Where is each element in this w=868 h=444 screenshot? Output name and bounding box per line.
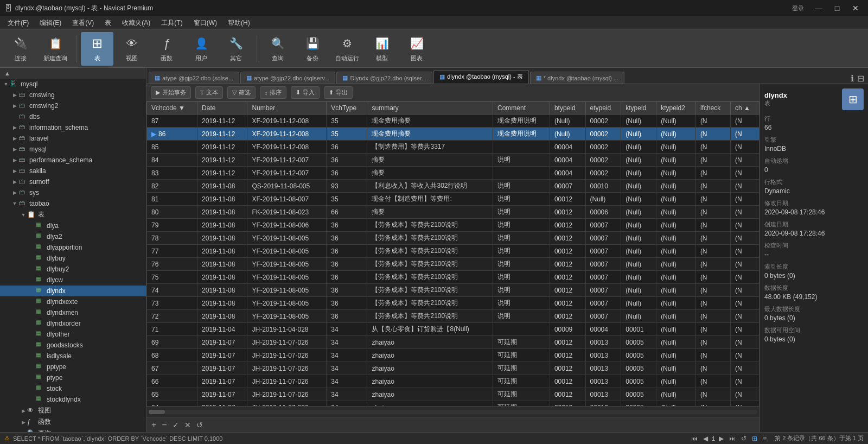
- table-row[interactable]: 792019-11-08YF-2019-11-08-00636【劳务成本】等费共…: [147, 219, 760, 232]
- tb-view[interactable]: 👁 视图: [116, 32, 148, 66]
- sidebar-item-isdlysale[interactable]: ▦ isdlysale: [0, 351, 146, 361]
- maximize-button[interactable]: □: [829, 0, 845, 16]
- tab-atype1[interactable]: ▦ atype @gjp22.dbo (sqlse...: [149, 72, 239, 84]
- table-row[interactable]: 722019-11-08YF-2019-11-08-00536【劳务成本】等费共…: [147, 310, 760, 323]
- tick-button[interactable]: ✓: [171, 421, 181, 429]
- col-date[interactable]: Date: [197, 102, 247, 115]
- table-row[interactable]: 822019-11-08QS-2019-11-08-00593【利息收入】等收入…: [147, 180, 760, 193]
- table-row[interactable]: 832019-11-12YF-2019-11-12-00736摘要0000400…: [147, 167, 760, 180]
- sidebar-item-dlyndx[interactable]: ▦ dlyndx: [0, 286, 146, 296]
- sidebar-item-surnoff[interactable]: ▶ 🗃 surnoff: [0, 176, 146, 187]
- sidebar-item-dlycw[interactable]: ▦ dlycw: [0, 275, 146, 286]
- sidebar-item-performance-schema[interactable]: ▶ 🗃 performance_schema: [0, 155, 146, 166]
- tab-dlyndx1[interactable]: ▦ Dlyndx @gjp22.dbo (sqlser...: [336, 72, 432, 84]
- col-ktypeid2[interactable]: ktypeid2: [656, 102, 696, 115]
- horizontal-scrollbar[interactable]: [146, 406, 760, 417]
- sidebar-item-cmswing[interactable]: ▶ 🗃 cmswing: [0, 90, 146, 100]
- table-row[interactable]: 752019-11-08YF-2019-11-08-00536【劳务成本】等费共…: [147, 271, 760, 284]
- sidebar-item-stockdlyndx[interactable]: ▦ stockdlyndx: [0, 394, 146, 405]
- col-ktypeid[interactable]: ktypeid: [621, 102, 656, 115]
- tb-connect[interactable]: 🔌 连接: [4, 32, 37, 66]
- export-button[interactable]: ⬆ 导出: [324, 86, 353, 99]
- data-table-wrapper[interactable]: Vchcode ▼ Date Number VchType summary Co…: [146, 102, 760, 406]
- sidebar-item-laravel[interactable]: ▶ 🗃 laravel: [0, 133, 146, 144]
- sidebar-item-mysql[interactable]: ▶ 🗃 mysql: [0, 144, 146, 155]
- table-row[interactable]: 652019-11-07JH-2019-11-07-02634zhaiyao可延…: [147, 388, 760, 401]
- sidebar-item-sys[interactable]: ▶ 🗃 sys: [0, 187, 146, 198]
- menu-tools[interactable]: 工具(T): [156, 17, 188, 29]
- tab-dlyndx-main[interactable]: ▦ dlyndx @taobao (mysql) - 表: [433, 70, 529, 84]
- table-row[interactable]: 682019-11-07JH-2019-11-07-02634zhaiyao可延…: [147, 349, 760, 362]
- sidebar-item-information-schema[interactable]: ▶ 🗃 information_schema: [0, 122, 146, 133]
- menu-window[interactable]: 窗口(W): [188, 17, 222, 29]
- sidebar-item-taobao[interactable]: ▼ 🗃 taobao: [0, 198, 146, 209]
- sidebar-item-ptype[interactable]: ▦ ptype: [0, 372, 146, 383]
- table-row[interactable]: 772019-11-08YF-2019-11-08-00536【劳务成本】等费共…: [147, 245, 760, 258]
- table-row[interactable]: 782019-11-08YF-2019-11-08-00536【劳务成本】等费共…: [147, 232, 760, 245]
- table-row[interactable]: 842019-11-12YF-2019-11-12-00736摘要说明00004…: [147, 154, 760, 167]
- grid-view-button[interactable]: ⊞: [750, 435, 759, 442]
- menu-table[interactable]: 表: [99, 17, 117, 29]
- table-row[interactable]: 802019-11-08FK-2019-11-08-02366摘要说明00012…: [147, 206, 760, 219]
- menu-help[interactable]: 帮助(H): [222, 17, 256, 29]
- close-button[interactable]: ✕: [847, 0, 864, 16]
- sidebar-item-stock[interactable]: ▦ stock: [0, 383, 146, 394]
- sidebar-item-dlyndxorder[interactable]: ▦ dlyndxorder: [0, 318, 146, 329]
- filter-button[interactable]: ▽ 筛选: [227, 86, 256, 99]
- tb-chart[interactable]: 📈 图表: [400, 32, 433, 66]
- table-row[interactable]: 742019-11-08YF-2019-11-08-00536【劳务成本】等费共…: [147, 284, 760, 297]
- tb-other[interactable]: 🔧 其它: [220, 32, 252, 66]
- cancel-button[interactable]: ✕: [183, 421, 193, 429]
- add-row-button[interactable]: +: [150, 420, 158, 430]
- tb-auto-run[interactable]: ⚙ 自动运行: [331, 32, 363, 66]
- sidebar-group-function[interactable]: ▶ ƒ 函数: [0, 416, 146, 428]
- tab-info-button[interactable]: ℹ: [849, 73, 856, 84]
- tab-atype2[interactable]: ▦ atype @gjp22.dbo (sqlserv...: [240, 72, 335, 84]
- col-btypeid[interactable]: btypeid: [550, 102, 585, 115]
- col-vchtype[interactable]: VchType: [327, 102, 367, 115]
- menu-edit[interactable]: 编辑(E): [34, 17, 67, 29]
- table-row[interactable]: ▶862019-11-12XF-2019-11-12-00835现金费用摘要现金…: [147, 128, 760, 141]
- col-summary[interactable]: summary: [367, 102, 493, 115]
- next-page-button[interactable]: ▶: [717, 435, 725, 442]
- col-comment[interactable]: Comment: [493, 102, 550, 115]
- col-number[interactable]: Number: [247, 102, 327, 115]
- col-ifcheck[interactable]: ifcheck: [695, 102, 730, 115]
- sidebar-item-dlybuy[interactable]: ▦ dlybuy: [0, 253, 146, 264]
- table-row[interactable]: 662019-11-07JH-2019-11-07-02634zhaiyao可延…: [147, 375, 760, 388]
- table-row[interactable]: 872019-11-12XF-2019-11-12-00835现金费用摘要现金费…: [147, 115, 760, 128]
- table-row[interactable]: 762019-11-08YF-2019-11-08-00536【劳务成本】等费共…: [147, 258, 760, 271]
- last-page-button[interactable]: ⏭: [727, 435, 737, 442]
- sidebar-item-dlyother[interactable]: ▦ dlyother: [0, 329, 146, 340]
- prev-page-button[interactable]: ◀: [701, 435, 710, 442]
- table-row[interactable]: 672019-11-07JH-2019-11-07-02634zhaiyao可延…: [147, 362, 760, 375]
- table-row[interactable]: 692019-11-07JH-2019-11-07-02634zhaiyao可延…: [147, 336, 760, 349]
- col-vchcode[interactable]: Vchcode ▼: [147, 102, 197, 115]
- tb-user[interactable]: 👤 用户: [185, 32, 218, 66]
- tab-dlyndx-modified[interactable]: ▦ * dlyndx @taobao (mysql) ...: [530, 72, 624, 84]
- tb-new-query[interactable]: 📋 新建查询: [39, 32, 72, 66]
- sidebar-group-query[interactable]: ▶ 🔍 查询: [0, 428, 146, 432]
- sidebar-group-table[interactable]: ▼ 📋 表: [0, 209, 146, 220]
- table-row[interactable]: 812019-11-08XF-2019-11-08-00735现金付【制造费用】…: [147, 193, 760, 206]
- sidebar-item-pptype[interactable]: ▦ pptype: [0, 361, 146, 372]
- import-button[interactable]: ⬇ 导入: [291, 86, 320, 99]
- sidebar-item-dlya2[interactable]: ▦ dlya2: [0, 231, 146, 242]
- table-row[interactable]: 642019-11-07JH-2019-11-07-02634zhaiyao可延…: [147, 401, 760, 407]
- sidebar-item-dlybuy2[interactable]: ▦ dlybuy2: [0, 264, 146, 275]
- tb-backup[interactable]: 💾 备份: [296, 32, 329, 66]
- menu-view[interactable]: 查看(V): [67, 17, 99, 29]
- sidebar-item-dbs[interactable]: 🗃 dbs: [0, 111, 146, 122]
- text-button[interactable]: T 文本: [195, 86, 223, 99]
- sidebar-item-goodsstocks[interactable]: ▦ goodsstocks: [0, 340, 146, 351]
- sidebar-item-mysql-root[interactable]: ▼ 🗄 mysql: [0, 79, 146, 90]
- start-transaction-button[interactable]: ▶ 开始事务: [151, 86, 191, 99]
- refresh-data-button[interactable]: ↺: [739, 435, 748, 442]
- tb-query[interactable]: 🔍 查询: [261, 32, 294, 66]
- sidebar-item-cmswing2[interactable]: ▶ 🗃 cmswing2: [0, 100, 146, 111]
- menu-favorites[interactable]: 收藏夹(A): [117, 17, 156, 29]
- menu-file[interactable]: 文件(F): [2, 17, 34, 29]
- first-page-button[interactable]: ⏮: [690, 435, 699, 442]
- sidebar-item-dlyndxexte[interactable]: ▦ dlyndxexte: [0, 296, 146, 307]
- form-view-button[interactable]: ≡: [761, 435, 768, 442]
